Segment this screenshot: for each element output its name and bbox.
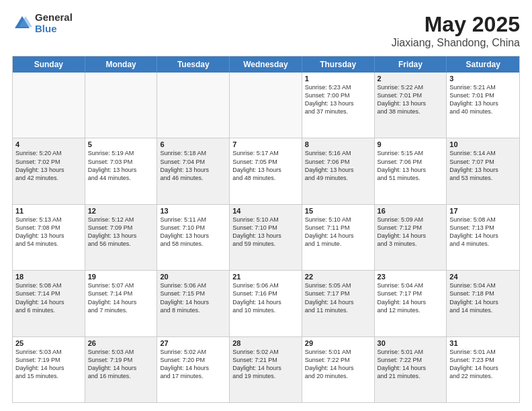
- weekday-header-tuesday: Tuesday: [157, 56, 230, 73]
- cell-info-line: Sunrise: 5:19 AM: [88, 149, 154, 157]
- cell-info-line: Sunset: 7:01 PM: [449, 91, 517, 99]
- calendar-row-2: 4Sunrise: 5:20 AMSunset: 7:02 PMDaylight…: [13, 138, 519, 204]
- cell-info-line: Sunset: 7:22 PM: [378, 356, 444, 364]
- day-number: 21: [232, 273, 299, 281]
- day-number: 19: [88, 273, 154, 281]
- day-number: 22: [305, 273, 371, 281]
- day-number: 14: [232, 207, 299, 215]
- calendar-cell-13: 13Sunrise: 5:11 AMSunset: 7:10 PMDayligh…: [157, 205, 230, 270]
- cell-info-line: Daylight: 14 hours: [305, 232, 371, 240]
- cell-info-line: Sunset: 7:10 PM: [232, 224, 299, 232]
- calendar-cell-27: 27Sunrise: 5:02 AMSunset: 7:20 PMDayligh…: [157, 337, 230, 402]
- main-title: May 2025: [392, 12, 520, 37]
- cell-info-line: and 48 minutes.: [232, 174, 299, 182]
- cell-info-line: Sunset: 7:05 PM: [232, 158, 299, 166]
- cell-info-line: Daylight: 13 hours: [378, 99, 444, 107]
- calendar-cell-12: 12Sunrise: 5:12 AMSunset: 7:09 PMDayligh…: [85, 205, 158, 270]
- day-number: 31: [449, 339, 517, 347]
- cell-info-line: Daylight: 14 hours: [88, 298, 154, 306]
- calendar-cell-9: 9Sunrise: 5:15 AMSunset: 7:06 PMDaylight…: [375, 138, 447, 203]
- day-number: 13: [160, 207, 226, 215]
- calendar-cell-4: 4Sunrise: 5:20 AMSunset: 7:02 PMDaylight…: [13, 138, 85, 203]
- day-number: 23: [378, 273, 444, 281]
- cell-info-line: Sunrise: 5:06 AM: [160, 281, 226, 289]
- calendar-cell-28: 28Sunrise: 5:02 AMSunset: 7:21 PMDayligh…: [230, 337, 302, 402]
- cell-info-line: Sunrise: 5:01 AM: [378, 348, 444, 356]
- cell-info-line: and 49 minutes.: [305, 174, 371, 182]
- title-block: May 2025 Jiaxiang, Shandong, China: [392, 12, 520, 49]
- cell-info-line: and 46 minutes.: [160, 174, 226, 182]
- day-number: 17: [449, 207, 517, 215]
- cell-info-line: Sunrise: 5:06 AM: [232, 281, 299, 289]
- day-number: 8: [305, 140, 371, 148]
- cell-info-line: Sunset: 7:00 PM: [305, 91, 371, 99]
- calendar-cell-1: 1Sunrise: 5:23 AMSunset: 7:00 PMDaylight…: [302, 73, 375, 138]
- day-number: 29: [305, 339, 371, 347]
- logo: General Blue: [12, 12, 73, 34]
- cell-info-line: Daylight: 13 hours: [15, 166, 82, 174]
- calendar-cell-16: 16Sunrise: 5:09 AMSunset: 7:12 PMDayligh…: [375, 205, 447, 270]
- calendar-cell-21: 21Sunrise: 5:06 AMSunset: 7:16 PMDayligh…: [230, 271, 302, 336]
- cell-info-line: and 19 minutes.: [232, 372, 299, 380]
- cell-info-line: Daylight: 14 hours: [88, 364, 154, 372]
- calendar-cell-7: 7Sunrise: 5:17 AMSunset: 7:05 PMDaylight…: [230, 138, 302, 203]
- cell-info-line: Daylight: 13 hours: [160, 166, 226, 174]
- cell-info-line: Daylight: 14 hours: [449, 364, 517, 372]
- cell-info-line: Sunset: 7:16 PM: [232, 289, 299, 298]
- calendar-cell-empty-0-1: [85, 73, 158, 138]
- cell-info-line: Daylight: 14 hours: [232, 298, 299, 306]
- cell-info-line: Daylight: 14 hours: [378, 232, 444, 240]
- calendar-cell-30: 30Sunrise: 5:01 AMSunset: 7:22 PMDayligh…: [375, 337, 447, 402]
- cell-info-line: Daylight: 13 hours: [15, 232, 82, 240]
- cell-info-line: Sunset: 7:14 PM: [88, 289, 154, 298]
- calendar-header-row: SundayMondayTuesdayWednesdayThursdayFrid…: [13, 56, 519, 73]
- weekday-header-wednesday: Wednesday: [230, 56, 302, 73]
- day-number: 30: [378, 339, 444, 347]
- header: General Blue May 2025 Jiaxiang, Shandong…: [12, 12, 520, 49]
- calendar-cell-6: 6Sunrise: 5:18 AMSunset: 7:04 PMDaylight…: [157, 138, 230, 203]
- day-number: 28: [232, 339, 299, 347]
- cell-info-line: Sunrise: 5:20 AM: [15, 149, 82, 157]
- calendar-cell-5: 5Sunrise: 5:19 AMSunset: 7:03 PMDaylight…: [85, 138, 158, 203]
- cell-info-line: and 59 minutes.: [232, 240, 299, 248]
- cell-info-line: Sunset: 7:06 PM: [305, 158, 371, 166]
- calendar-cell-25: 25Sunrise: 5:03 AMSunset: 7:19 PMDayligh…: [13, 337, 85, 402]
- cell-info-line: and 7 minutes.: [88, 306, 154, 314]
- cell-info-line: Sunset: 7:09 PM: [88, 224, 154, 232]
- cell-info-line: Sunset: 7:04 PM: [160, 158, 226, 166]
- cell-info-line: Sunrise: 5:12 AM: [88, 216, 154, 224]
- cell-info-line: Sunrise: 5:01 AM: [449, 348, 517, 356]
- cell-info-line: Sunrise: 5:05 AM: [305, 281, 371, 289]
- cell-info-line: and 22 minutes.: [449, 372, 517, 380]
- cell-info-line: Sunrise: 5:11 AM: [160, 216, 226, 224]
- cell-info-line: Daylight: 14 hours: [378, 298, 444, 306]
- day-number: 3: [449, 75, 517, 83]
- cell-info-line: Sunrise: 5:23 AM: [305, 83, 371, 91]
- calendar-cell-empty-0-3: [230, 73, 302, 138]
- cell-info-line: Sunset: 7:13 PM: [449, 224, 517, 232]
- cell-info-line: Daylight: 13 hours: [232, 166, 299, 174]
- cell-info-line: Sunset: 7:06 PM: [378, 158, 444, 166]
- cell-info-line: Daylight: 14 hours: [305, 298, 371, 306]
- cell-info-line: Sunset: 7:17 PM: [378, 289, 444, 298]
- cell-info-line: Sunset: 7:20 PM: [160, 356, 226, 364]
- cell-info-line: and 10 minutes.: [232, 306, 299, 314]
- cell-info-line: Daylight: 13 hours: [449, 166, 517, 174]
- day-number: 2: [378, 75, 444, 83]
- calendar-cell-empty-0-2: [157, 73, 230, 138]
- cell-info-line: and 4 minutes.: [449, 240, 517, 248]
- cell-info-line: Sunset: 7:21 PM: [232, 356, 299, 364]
- calendar-cell-31: 31Sunrise: 5:01 AMSunset: 7:23 PMDayligh…: [447, 337, 519, 402]
- cell-info-line: Sunrise: 5:08 AM: [449, 216, 517, 224]
- cell-info-line: Sunset: 7:14 PM: [15, 289, 82, 298]
- cell-info-line: Daylight: 14 hours: [160, 298, 226, 306]
- day-number: 11: [15, 207, 82, 215]
- cell-info-line: Sunrise: 5:09 AM: [378, 216, 444, 224]
- cell-info-line: Sunrise: 5:17 AM: [232, 149, 299, 157]
- calendar-body: 1Sunrise: 5:23 AMSunset: 7:00 PMDaylight…: [13, 73, 519, 402]
- cell-info-line: Sunrise: 5:03 AM: [88, 348, 154, 356]
- calendar-cell-2: 2Sunrise: 5:22 AMSunset: 7:01 PMDaylight…: [375, 73, 447, 138]
- cell-info-line: Daylight: 14 hours: [15, 298, 82, 306]
- calendar-cell-17: 17Sunrise: 5:08 AMSunset: 7:13 PMDayligh…: [447, 205, 519, 270]
- cell-info-line: Sunrise: 5:10 AM: [232, 216, 299, 224]
